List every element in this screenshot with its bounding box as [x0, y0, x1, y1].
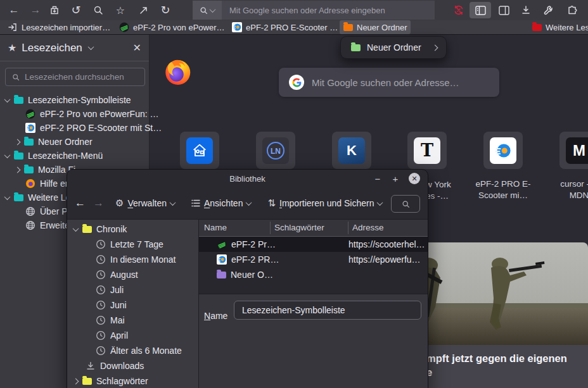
close-icon[interactable]: ✕	[133, 42, 141, 54]
chevron-right-icon	[432, 44, 438, 51]
epf-favicon	[217, 254, 227, 265]
teal-folder-icon	[24, 166, 34, 173]
minimize-button[interactable]: −	[372, 173, 383, 184]
bookmark-epf-pro[interactable]: ePF-2 Pro von ePower…	[115, 20, 229, 34]
bookmarks-toolbar: Lesezeichen importier… ePF-2 Pro von ePo…	[0, 20, 588, 35]
chevron-down-icon	[210, 6, 216, 13]
tree-item-erweiterungen[interactable]: Erweiter	[25, 218, 72, 232]
lib-tree-schlagwoerter[interactable]: Schlagwörter	[74, 373, 148, 388]
bookmark-import[interactable]: Lesezeichen importier…	[4, 20, 114, 34]
twisty-closed-icon[interactable]	[15, 139, 21, 145]
nyt-t-letter: T	[421, 141, 433, 160]
bookmark-neuer-ordner[interactable]: Neuer Ordner	[340, 20, 411, 34]
download-icon	[86, 361, 96, 371]
twisty-open-icon[interactable]	[4, 194, 11, 200]
lib-tree-diesermonat[interactable]: In diesem Monat	[96, 252, 176, 267]
col-adresse[interactable]: Adresse	[352, 223, 384, 232]
menu-importieren[interactable]: ⇅ Importieren und Sichern	[267, 197, 382, 209]
search-engine-selector[interactable]	[193, 1, 222, 20]
bookmark-weitere-lesezeichen[interactable]: Weitere Lese	[528, 20, 588, 34]
tree-item-epf-pro[interactable]: ePF-2 Pro von ePowerFun: …	[25, 107, 159, 121]
tree-item-lesezeichen-menue[interactable]: Lesezeichen-Menü	[5, 149, 103, 163]
tree-item-symbolleiste[interactable]: Lesezeichen-Symbolleiste	[5, 93, 131, 107]
menu-ansichten[interactable]: Ansichten	[191, 198, 252, 208]
table-row[interactable]: Neuer O…	[199, 267, 428, 282]
column-divider[interactable]	[270, 222, 271, 234]
star-icon: ★	[8, 42, 16, 54]
bookmark-epf-scooter[interactable]: ePF-2 PRO E-Scooter …	[228, 20, 342, 34]
back-icon[interactable]: ←	[6, 0, 22, 20]
shortcut-tile-immo[interactable]	[170, 132, 229, 169]
chevron-down-icon	[377, 199, 383, 206]
twisty-open-icon[interactable]	[73, 225, 79, 232]
shortcut-tile-ln[interactable]: LN	[246, 132, 305, 169]
nav-toolbar: ← → ↺ ☆ ↻	[0, 0, 588, 20]
chevron-down-icon	[170, 199, 176, 206]
epf-favicon	[25, 123, 35, 133]
diagonal-arrow-icon[interactable]	[136, 0, 151, 20]
yellow-folder-icon	[82, 226, 92, 233]
name-field-input[interactable]	[234, 301, 421, 320]
forward-icon[interactable]: →	[28, 0, 43, 20]
twisty-closed-icon[interactable]	[15, 166, 21, 173]
lib-tree-chronik[interactable]: Chronik	[74, 222, 127, 237]
maximize-button[interactable]: +	[390, 173, 401, 184]
wrench-icon[interactable]	[540, 0, 556, 20]
shortcut-tile-mdn[interactable]: M cursor - C MDN	[549, 132, 588, 201]
column-divider[interactable]	[348, 222, 348, 234]
search-icon	[200, 6, 208, 15]
table-row[interactable]: ePF-2 Pr… https://scooterhel…	[199, 237, 428, 252]
lib-tree-aelter6monate[interactable]: Älter als 6 Monate	[96, 343, 182, 358]
news-card[interactable]: mpft jetzt gegen die eigenen e	[416, 242, 588, 388]
tree-item-hilfe[interactable]: Hilfe erh	[25, 177, 73, 191]
shortcut-tile-epf[interactable]: ePF-2 PRO E- Scooter mi…	[473, 132, 533, 201]
url-input[interactable]	[222, 6, 435, 15]
lib-tree-juni[interactable]: Juni	[96, 297, 127, 313]
address-bar[interactable]	[193, 1, 435, 20]
sidebar-title: Lesezeichen	[22, 42, 82, 54]
chevron-down-icon[interactable]	[87, 44, 94, 50]
twisty-open-icon[interactable]	[4, 96, 11, 103]
newtab-search-bar[interactable]	[279, 68, 499, 97]
lib-tree-letzte7tage[interactable]: Letzte 7 Tage	[96, 237, 163, 252]
tree-item-epf-scooter[interactable]: ePF-2 PRO E-Scooter mit St…	[25, 121, 162, 135]
twisty-closed-icon[interactable]	[73, 378, 79, 384]
tree-item-weitere-lesezeichen[interactable]: Weitere Les	[5, 191, 75, 204]
firefox-help-icon	[25, 178, 35, 189]
table-row[interactable]: ePF-2 PR… https://epowerfu…	[199, 252, 428, 267]
back-icon[interactable]: ←	[75, 197, 86, 210]
lib-tree-mai[interactable]: Mai	[96, 313, 125, 328]
news-headline[interactable]: mpft jetzt gegen die eigenen e	[416, 345, 588, 379]
sidebar-search[interactable]	[5, 68, 145, 86]
tree-item-neuer-ordner[interactable]: Neuer Ordner	[15, 135, 93, 149]
close-button[interactable]: ✕	[409, 173, 420, 184]
sidebar-search-input[interactable]	[20, 72, 144, 82]
col-schlagwoerter[interactable]: Schlagwörter	[274, 223, 324, 232]
menu-item-neuer-ordner[interactable]: Neuer Ordner	[367, 42, 421, 53]
sidebar-bookmarks-icon[interactable]	[473, 0, 488, 20]
lib-tree-april[interactable]: April	[96, 328, 128, 343]
menu-verwalten[interactable]: ⚙ Verwalten	[115, 197, 175, 209]
extensions-icon[interactable]	[565, 0, 580, 20]
reload-icon[interactable]: ↻	[158, 0, 173, 20]
purple-folder-icon	[217, 272, 226, 278]
sync-error-icon[interactable]	[451, 0, 466, 20]
lib-tree-juli[interactable]: Juli	[96, 282, 124, 297]
globe-icon	[25, 206, 35, 216]
history-icon[interactable]: ↺	[68, 0, 84, 20]
col-name[interactable]: Name	[204, 223, 227, 232]
newtab-search-input[interactable]	[304, 77, 499, 88]
shortcut-tile-kleinanzeigen[interactable]: K	[322, 132, 381, 169]
twisty-open-icon[interactable]	[4, 152, 11, 158]
lib-tree-downloads[interactable]: Downloads	[86, 358, 144, 373]
forward-icon[interactable]: →	[93, 197, 104, 210]
download-icon[interactable]	[518, 0, 534, 20]
clock-icon	[96, 239, 106, 249]
shortcut-tile-nyt[interactable]: T	[397, 132, 457, 169]
sidebar-right-icon[interactable]	[496, 0, 511, 20]
library-search-box[interactable]	[391, 195, 420, 213]
save-page-icon[interactable]	[47, 0, 62, 20]
search-icon[interactable]	[91, 0, 106, 20]
lib-tree-august[interactable]: August	[96, 267, 138, 282]
bookmark-star-icon[interactable]: ☆	[113, 0, 128, 20]
